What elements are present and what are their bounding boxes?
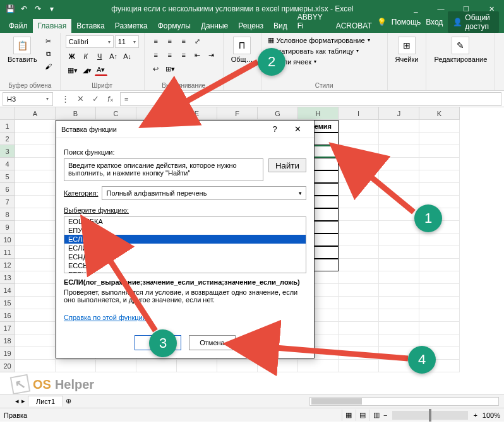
share-button[interactable]: 👤 Общий доступ [448,11,499,33]
help-icon[interactable]: 💡 [377,18,387,27]
row-header-14[interactable]: 14 [0,284,15,297]
cell-K17[interactable] [419,322,460,334]
save-icon[interactable]: 💾 [4,3,16,15]
align-center-icon[interactable]: ≡ [164,49,176,61]
cell-I6[interactable] [339,183,379,196]
cell-I10[interactable] [339,234,379,246]
row-header-12[interactable]: 12 [0,259,15,271]
italic-button[interactable]: К [80,50,92,62]
cell-A16[interactable] [15,309,56,322]
cell-K1[interactable] [419,120,460,133]
cell-J5[interactable] [379,170,419,183]
cell-I16[interactable] [339,309,379,322]
cell-K15[interactable] [419,297,460,309]
cell-A1[interactable] [15,120,56,133]
function-item-ЕСНД[interactable]: ЕСНД [64,252,306,261]
function-item-ЕОШИБКА[interactable]: ЕОШИБКА [64,217,306,226]
view-normal-icon[interactable]: ▦ [342,410,356,421]
row-header-2[interactable]: 2 [0,133,15,145]
column-header-G[interactable]: G [258,107,298,120]
font-color-button[interactable]: A▾ [95,64,107,76]
indent-dec-icon[interactable]: ⇤ [191,49,204,61]
cell-I20[interactable] [339,360,379,372]
fx-icon[interactable]: fₓ [104,92,117,106]
cell-J3[interactable] [379,145,419,158]
align-right-icon[interactable]: ≡ [177,49,190,61]
find-button[interactable]: Найти [268,158,306,172]
cell-K18[interactable] [419,334,460,347]
cell-A17[interactable] [15,322,56,334]
cell-I12[interactable] [339,259,379,271]
cell-J16[interactable] [379,309,419,322]
cells-button[interactable]: ⊞Ячейки [393,35,421,64]
row-header-10[interactable]: 10 [0,234,15,246]
cancel-button[interactable]: Отмена [189,335,236,350]
cell-A14[interactable] [15,284,56,297]
wrap-text-icon[interactable]: ↩ [150,63,162,74]
cell-K14[interactable] [419,284,460,297]
cell-J12[interactable] [379,259,419,271]
align-left-icon[interactable]: ≡ [150,49,162,61]
tab-home[interactable]: Главная [33,19,72,33]
cell-I17[interactable] [339,322,379,334]
column-header-A[interactable]: A [15,107,56,120]
fill-color-button[interactable]: ◢▾ [81,64,93,76]
view-layout-icon[interactable]: ▤ [356,410,369,421]
font-size-combo[interactable]: 11▾ [115,35,139,48]
sheet-nav-prev-icon[interactable]: ◂ [15,397,19,405]
row-header-3[interactable]: 3 [0,145,15,158]
cut-icon[interactable]: ✂ [42,35,55,47]
formula-input[interactable]: = [120,92,501,106]
zoom-out-icon[interactable]: − [383,411,387,419]
category-combo[interactable]: Полный алфавитный перечень▾ [102,186,306,200]
cell-I15[interactable] [339,297,379,309]
cell-I11[interactable] [339,246,379,259]
sheet-tab-1[interactable]: Лист1 [28,396,63,406]
view-pagebreak-icon[interactable]: ▥ [369,410,383,421]
name-box[interactable]: H3▾ [3,92,53,106]
cell-K4[interactable] [419,158,460,170]
cell-A10[interactable] [15,234,56,246]
cell-I19[interactable] [339,347,379,360]
cell-I18[interactable] [339,334,379,347]
underline-button[interactable]: Ч [93,50,106,62]
zoom-level[interactable]: 100% [483,411,500,419]
cell-K5[interactable] [419,170,460,183]
paste-button[interactable]: 📋 Вставить [5,35,40,64]
help-link[interactable]: Справка по этой функции [64,314,147,321]
cell-J13[interactable] [379,271,419,284]
tab-layout[interactable]: Разметка [110,19,153,33]
tab-insert[interactable]: Вставка [71,19,110,33]
cell-B20[interactable] [56,360,96,372]
cell-E20[interactable] [177,360,217,372]
cell-K6[interactable] [419,183,460,196]
function-item-ЕСЛИ[interactable]: ЕСЛИ [64,235,306,244]
column-header-I[interactable]: I [339,107,379,120]
cell-A5[interactable] [15,170,56,183]
cell-K10[interactable] [419,234,460,246]
align-bottom-icon[interactable]: ≡ [177,35,190,47]
cell-J2[interactable] [379,133,419,145]
align-middle-icon[interactable]: ≡ [164,35,176,47]
orientation-icon[interactable]: ⤢ [191,35,204,47]
cell-A11[interactable] [15,246,56,259]
cell-I13[interactable] [339,271,379,284]
function-item-ЕСЛИОШИБКА[interactable]: ЕСЛИОШИБКА [64,244,306,252]
cell-J9[interactable] [379,221,419,234]
cell-A2[interactable] [15,133,56,145]
format-painter-icon[interactable]: 🖌 [42,61,55,72]
row-header-16[interactable]: 16 [0,309,15,322]
row-header-11[interactable]: 11 [0,246,15,259]
cond-format-button[interactable]: ▦Условное форматирование▾ [267,35,371,45]
row-header-6[interactable]: 6 [0,183,15,196]
cell-C20[interactable] [96,360,136,372]
function-item-ЕТЕКСТ[interactable]: ЕТЕКСТ [64,270,306,273]
column-header-F[interactable]: F [217,107,258,120]
login-label[interactable]: Вход [426,18,443,27]
cell-J11[interactable] [379,246,419,259]
zoom-slider[interactable] [392,411,468,420]
cell-A3[interactable] [15,145,56,158]
row-header-18[interactable]: 18 [0,334,15,347]
row-header-13[interactable]: 13 [0,271,15,284]
cell-A18[interactable] [15,334,56,347]
